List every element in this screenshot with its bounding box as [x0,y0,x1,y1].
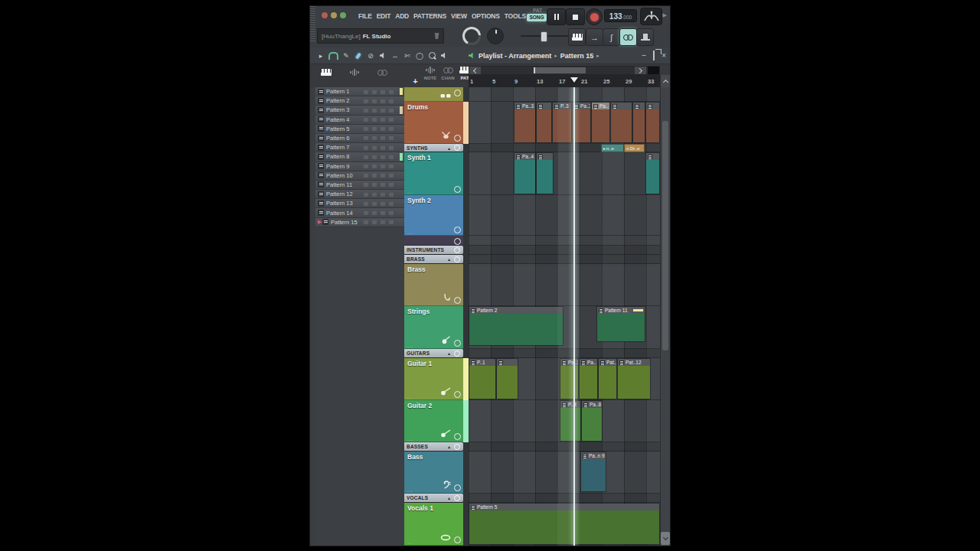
group-mute-led[interactable] [454,145,460,151]
vertical-scrollbar[interactable] [660,87,670,546]
collapse-arrow-icon[interactable]: ▴ [448,350,450,356]
playlist-breadcrumb[interactable]: Pattern 15 [560,52,594,60]
collapse-arrow-icon[interactable]: ▴ [448,444,450,449]
clip-name-bar[interactable]: Pa.. [592,103,609,109]
track-mute-led[interactable] [454,297,461,304]
clip-name-bar[interactable] [633,103,645,109]
track-header-brass[interactable]: Brass... [404,264,463,306]
group-mute-led[interactable] [454,256,460,262]
menu-edit[interactable]: EDIT [377,12,391,20]
pattern-list-item[interactable]: Pattern 1 [315,87,404,96]
menu-options[interactable]: OPTIONS [472,12,500,20]
mute-icon[interactable]: × [378,51,387,61]
menu-view[interactable]: VIEW [451,12,467,20]
pattern-list-item[interactable]: Pattern 9 [315,162,404,171]
pattern-clip[interactable]: Pat..2 [598,358,617,399]
pattern-clip[interactable] [610,102,632,143]
project-title-box[interactable]: [HuuThangLe] FL Studio [317,28,444,44]
scroll-down-button[interactable] [661,532,670,545]
pattern-clip[interactable]: Pattern 2 [469,306,564,346]
pattern-list-item[interactable]: Pattern 13 [315,199,404,208]
collapse-arrow-icon[interactable]: ▴ [448,256,450,262]
clip-name-bar[interactable] [537,103,551,109]
track-header-synth-1[interactable]: Synth 1... [404,152,463,195]
automation-tab[interactable] [375,67,389,77]
clip-name-bar[interactable]: Pa..3 [573,103,590,109]
stop-button[interactable] [566,8,585,25]
pat-song-toggle[interactable]: PAT SONG [527,8,548,24]
track-header-vocals-1[interactable]: Vocals 1... [404,503,463,546]
group-header-basses[interactable]: BASSES▴ [404,442,463,451]
close-traffic-light[interactable] [322,12,328,18]
playback-icon[interactable] [439,51,449,61]
pattern-list-item[interactable]: Pattern 3 [315,106,404,115]
clip-name-bar[interactable]: Pa..8 [582,401,602,408]
vertical-scroll-thumb[interactable] [662,121,668,350]
menubar-overflow-arrow[interactable]: ▶ [663,12,667,18]
group-header-instruments[interactable]: INSTRUMENTS [404,246,463,254]
pattern-list-item[interactable]: Pattern 6 [315,134,404,143]
group-header-guitars[interactable]: GUITARS▴ [404,349,463,357]
pattern-clip[interactable]: Pat..12 [617,358,651,399]
horizontal-scrollbar[interactable] [469,66,660,75]
slip-icon[interactable]: ↔ [390,51,400,61]
menu-patterns[interactable]: PATTERNS [413,12,446,20]
track-header-mini[interactable] [404,87,463,102]
pattern-clip[interactable]: Pa.. [591,102,610,143]
pattern-list-item[interactable]: Pattern 8 [315,152,404,161]
scroll-left-button[interactable] [469,67,481,74]
collapse-arrow-icon[interactable]: ▴ [448,145,450,151]
track-mute-led[interactable] [454,238,461,245]
track-options-dots[interactable]: ... [407,230,413,235]
group-mute-led[interactable] [454,495,460,501]
track-mute-led[interactable] [454,90,461,96]
zoom-traffic-light[interactable] [340,12,346,18]
pattern-list-item[interactable]: Pattern 2 [315,96,404,106]
mini-clip[interactable]: ▸n..e [601,144,624,152]
pattern-list-item[interactable]: Pattern 11 [315,181,404,190]
track-header-bass[interactable]: Bass... [404,452,463,494]
pattern-list-item[interactable]: Pattern 7 [315,143,404,152]
clip-name-bar[interactable] [537,153,553,160]
clip-name-bar[interactable]: Pat..2 [599,359,616,366]
pattern-clip[interactable] [536,152,554,194]
patterns-tab[interactable] [319,67,333,77]
track-mute-led[interactable] [454,340,461,347]
clip-name-bar[interactable]: Pa..4 [514,153,535,160]
play-cursor-icon[interactable]: ▸ [316,51,325,61]
track-header-synth-2[interactable]: Synth 2... [404,195,463,236]
artist-mascot-button[interactable] [640,8,662,25]
mini-clip[interactable]: ∞Dr..e [624,144,645,152]
track-header-guitar-1[interactable]: Guitar 1... [404,358,463,400]
pattern-list-item[interactable]: Pattern 5 [315,125,404,134]
group-mute-led[interactable] [454,247,460,253]
pattern-clip[interactable] [536,102,552,143]
track-options-dots[interactable]: ... [407,488,413,493]
tempo-display[interactable]: 133.000 [604,9,637,22]
clip-name-bar[interactable]: Pa.. [580,359,597,366]
minimize-button[interactable]: − [642,52,646,60]
pat-mode-label[interactable]: PAT [527,8,548,13]
group-header-brass[interactable]: BRASS▴ [404,255,463,263]
menu-file[interactable]: FILE [358,12,372,20]
track-header-guitar-2[interactable]: Guitar 2... [404,400,463,442]
typing-keyboard-button[interactable] [568,28,586,46]
source-tab-chan[interactable]: CHAN [439,66,456,86]
track-options-dots[interactable]: ... [407,344,413,348]
track-mute-led[interactable] [454,536,461,543]
clip-name-bar[interactable]: Pattern 2 [469,307,563,314]
pattern-clip[interactable] [632,102,645,143]
source-tab-note[interactable]: NOTE [422,66,439,86]
pattern-clip[interactable] [645,102,660,143]
menu-add[interactable]: ADD [395,12,409,20]
scroll-right-button[interactable] [635,67,646,74]
metronome-button[interactable]: ∫ [603,28,620,46]
track-mute-led[interactable] [454,433,461,440]
pattern-clip[interactable]: P..1 [469,358,496,399]
clip-name-bar[interactable]: Pat..12 [618,359,650,366]
clip-name-bar[interactable]: P..1 [469,359,495,366]
clip-name-bar[interactable] [611,103,632,109]
countdown-button[interactable]: → [586,28,603,46]
timeline-ruler[interactable]: 159131721252933 [469,75,660,87]
zoom-icon[interactable] [427,51,436,61]
